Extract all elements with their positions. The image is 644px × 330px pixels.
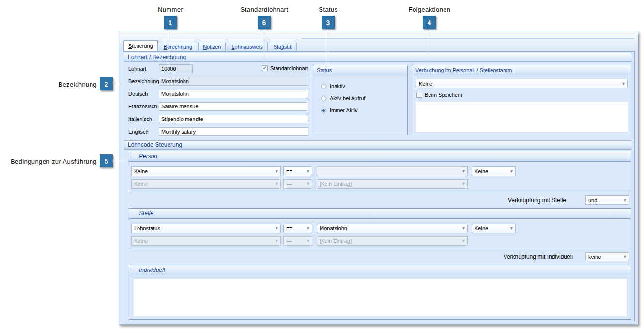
radio-immer-aktiv-label: Immer Aktiv <box>330 107 357 113</box>
person-extra-dropdown[interactable]: Keine ▼ <box>472 166 516 176</box>
callout-line-folgeaktionen <box>429 29 429 67</box>
verbuchung-dropdown-value: Keine <box>419 81 432 87</box>
chevron-down-icon: ▼ <box>306 226 310 231</box>
stelle-group-header: Stelle <box>129 209 631 219</box>
tab-notizen[interactable]: Notizen <box>198 42 226 51</box>
callout-line-bedingungen <box>113 161 128 161</box>
chevron-down-icon: ▼ <box>623 254 627 259</box>
callout-badge-3: 3 <box>322 16 335 29</box>
callout-badge-4: 4 <box>423 16 436 29</box>
chevron-down-icon: ▼ <box>621 81 626 86</box>
radio-aktiv-bei-aufruf[interactable]: Aktiv bei Aufruf <box>321 95 365 101</box>
chevron-down-icon: ▼ <box>275 226 279 231</box>
chevron-down-icon: ▼ <box>461 169 466 174</box>
verbuchung-group: Verbuchung im Personal- / Stellenstamm K… <box>412 65 631 135</box>
chevron-down-icon: ▼ <box>306 181 310 186</box>
status-group-header: Status <box>313 65 407 75</box>
person-field-dropdown[interactable]: Keine ▼ <box>131 166 281 176</box>
lohnart-input[interactable] <box>159 64 193 73</box>
chevron-down-icon: ▼ <box>461 226 466 231</box>
callout-badge-5: 5 <box>100 154 113 167</box>
verbuchung-group-header: Verbuchung im Personal- / Stellenstamm <box>412 65 631 75</box>
stelle-field-dropdown[interactable]: Lohnstatus ▼ <box>131 224 281 233</box>
italienisch-input[interactable] <box>159 115 308 123</box>
callout-badge-2: 2 <box>100 77 113 90</box>
chevron-down-icon: ▼ <box>623 197 627 202</box>
person-group-header: Person <box>129 151 631 162</box>
individuell-group-header: Individuell <box>129 265 631 275</box>
individuell-text-area[interactable] <box>134 279 627 316</box>
beim-speichern-checkbox[interactable]: Beim Speichern <box>416 92 462 98</box>
tab-lohnausweis[interactable]: Lohnausweis <box>227 42 267 51</box>
beim-speichern-checkbox-label: Beim Speichern <box>425 92 462 98</box>
radio-selected-icon <box>321 108 326 113</box>
chevron-down-icon: ▼ <box>461 239 466 243</box>
tab-page-steuerung: Lohnart / Bezeichnung Lohnart Bezeichnun… <box>123 51 635 322</box>
callout-badge-6: 6 <box>258 16 271 29</box>
chevron-down-icon: ▼ <box>275 239 279 243</box>
callout-line-nummer <box>170 29 170 64</box>
radio-inaktiv-label: Inaktiv <box>330 83 345 89</box>
callout-line-bezeichnung <box>113 84 123 84</box>
callout-label-folgeaktionen: Folgeaktionen <box>409 6 451 13</box>
stelle-extra-dropdown[interactable]: Keine ▼ <box>472 224 516 233</box>
standardlohnart-checkbox[interactable]: ✔ Standardlohnart <box>262 65 308 71</box>
callout-label-nummer: Nummer <box>158 6 183 13</box>
standardlohnart-checkbox-label: Standardlohnart <box>270 65 308 71</box>
chevron-down-icon: ▼ <box>461 181 466 186</box>
deutsch-input[interactable] <box>159 90 308 98</box>
verknuepfung-stelle-label: Verknüpfung mit Stelle <box>508 197 566 204</box>
verknuepfung-individuell-dropdown[interactable]: keine ▼ <box>585 252 629 261</box>
chevron-down-icon: ▼ <box>306 239 310 243</box>
bezeichnung-label: Bezeichnung <box>128 78 159 84</box>
person-value-dropdown[interactable]: ▼ <box>317 166 468 176</box>
deutsch-label: Deutsch <box>128 91 148 97</box>
window-top-divider <box>302 38 634 40</box>
callout-label-bezeichnung: Bezeichnung <box>58 81 97 88</box>
stelle-value-dropdown[interactable]: Monatslohn ▼ <box>317 224 468 233</box>
verbuchung-dropdown[interactable]: Keine ▼ <box>416 79 628 88</box>
callout-label-status: Status <box>319 6 337 13</box>
chevron-down-icon: ▼ <box>306 169 310 174</box>
italienisch-label: Italienisch <box>128 116 152 122</box>
stelle-field-dropdown-2: Keine ▼ <box>131 236 281 246</box>
englisch-input[interactable] <box>159 127 308 136</box>
verknuepfung-individuell-label: Verknüpfung mit Individuell <box>504 254 573 260</box>
person-operator-dropdown[interactable]: == ▼ <box>283 166 312 176</box>
callout-badge-1: 1 <box>164 16 177 29</box>
tab-strip: Steuerung Berechnung Notizen Lohnausweis… <box>123 41 298 51</box>
checkbox-empty-icon <box>416 92 422 98</box>
tab-berechnung[interactable]: Berechnung <box>159 42 197 51</box>
bezeichnung-input[interactable] <box>159 77 308 86</box>
stelle-operator-dropdown-2: == ▼ <box>283 236 312 246</box>
stelle-operator-dropdown[interactable]: == ▼ <box>283 224 312 233</box>
radio-icon <box>321 96 326 101</box>
section-header-lohnart-bezeichnung: Lohnart / Bezeichnung <box>124 53 632 62</box>
verbuchung-list-area <box>416 102 628 132</box>
callout-label-standardlohnart: Standardlohnart <box>241 6 289 13</box>
person-value-dropdown-2: [Kein Eintrag] ▼ <box>317 179 468 189</box>
verknuepfung-stelle-dropdown[interactable]: und ▼ <box>585 195 629 205</box>
radio-immer-aktiv[interactable]: Immer Aktiv <box>321 107 357 113</box>
callout-line-status <box>328 29 328 67</box>
radio-icon <box>321 84 326 89</box>
franzoesisch-input[interactable] <box>159 102 308 111</box>
person-group: Person Keine ▼ == ▼ ▼ Keine ▼ Keine ▼ <box>129 151 631 192</box>
person-operator-dropdown-2: == ▼ <box>283 179 312 189</box>
radio-inaktiv[interactable]: Inaktiv <box>321 83 345 89</box>
chevron-down-icon: ▼ <box>509 169 514 174</box>
englisch-label: Englisch <box>128 129 149 135</box>
lohnart-label: Lohnart <box>128 66 146 72</box>
radio-aktiv-bei-aufruf-label: Aktiv bei Aufruf <box>330 95 365 101</box>
tab-steuerung[interactable]: Steuerung <box>123 40 158 51</box>
status-group: Status Inaktiv Aktiv bei Aufruf Immer Ak… <box>313 65 408 135</box>
chevron-down-icon: ▼ <box>275 181 279 186</box>
tab-statistik[interactable]: Statistik <box>269 42 297 51</box>
callout-label-bedingungen: Bedingungen zur Ausführung <box>11 158 97 165</box>
callout-line-standardlohnart <box>264 29 264 66</box>
individuell-group: Individuell <box>129 265 631 320</box>
chevron-down-icon: ▼ <box>509 226 514 231</box>
checkbox-check-icon: ✔ <box>262 65 268 71</box>
section-header-lohncode-steuerung: Lohncode-Steuerung <box>124 140 632 150</box>
person-field-dropdown-2: Keine ▼ <box>131 179 281 189</box>
